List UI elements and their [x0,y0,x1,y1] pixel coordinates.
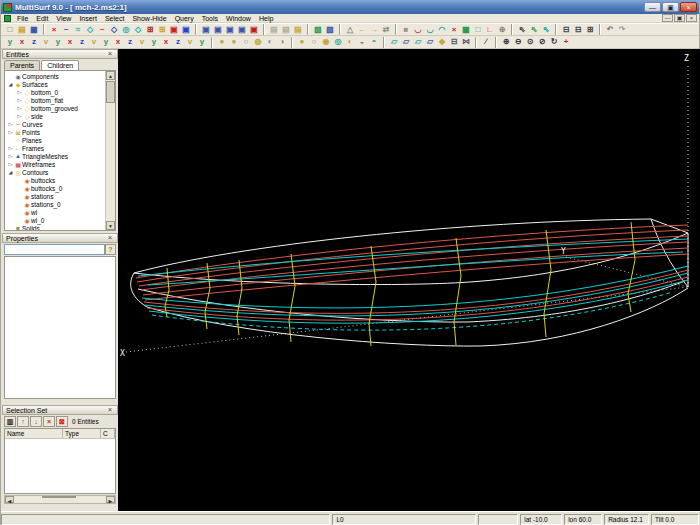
view-iso-button[interactable]: ▣ [236,24,248,35]
move-up-button[interactable]: ↑ [17,416,29,427]
orient-17-button[interactable]: y [196,37,208,48]
orient-15-button[interactable]: z [172,37,184,48]
select-pointer-button[interactable]: ⇖ [516,24,528,35]
layer-merge-button[interactable]: ▱ [424,37,436,48]
copy-image-button[interactable]: ▧ [312,24,324,35]
tree-item-planes[interactable]: ○Planes [5,136,105,144]
vis-bulb-3-button[interactable]: ◉ [320,37,332,48]
viewport-canvas[interactable]: ZYX [118,49,700,511]
invert-visibility-button[interactable]: ◑ [276,37,288,48]
selection-set-close-icon[interactable]: × [106,406,114,414]
expander-icon[interactable]: ▷ [16,89,23,95]
close-button[interactable]: × [680,2,697,12]
tree-item-stations[interactable]: ◉stations [5,192,105,200]
vis-bulb-7-button[interactable]: ◓ [368,37,380,48]
fillet-2-button[interactable]: ◡ [424,24,436,35]
paste-image-button[interactable]: ▧ [324,24,336,35]
view-top-button[interactable]: ▣ [212,24,224,35]
window-split-button[interactable]: ⊞ [584,24,596,35]
insert-frame-button[interactable]: ▣ [168,24,180,35]
snap-grid-2-button[interactable]: ▤ [280,24,292,35]
nudge-right-button[interactable]: → [368,24,380,35]
orient-7-button[interactable]: z [76,37,88,48]
tree-item-wl-0[interactable]: ◉wl_0 [5,216,105,224]
move-down-button[interactable]: ↓ [30,416,42,427]
tree-item-bottom-grooved[interactable]: ▷◇bottom_grooved [5,104,105,112]
menu-query[interactable]: Query [171,14,198,23]
tree-item-buttocks[interactable]: ◉buttocks [5,176,105,184]
redo-button[interactable]: ↷ [616,24,628,35]
project-tool-button[interactable]: ⊕ [496,24,508,35]
insert-window-button[interactable]: ▣ [180,24,192,35]
selection-set-hscrollbar[interactable]: ◀ ▶ [4,495,116,504]
expander-icon[interactable]: ▷ [7,121,14,127]
expander-icon[interactable]: ◢ [7,169,14,175]
expander-icon[interactable]: ▷ [7,153,14,159]
orient-11-button[interactable]: z [124,37,136,48]
tree-item-solids[interactable]: ■Solids [5,224,105,231]
layer-copy-button[interactable]: ▱ [388,37,400,48]
tree-scrollbar[interactable]: ▲ ▼ [105,71,115,230]
menu-show-hide[interactable]: Show-Hide [128,14,170,23]
tree-item-surfaces[interactable]: ◢◆Surfaces [5,80,105,88]
view-front-button[interactable]: ▣ [200,24,212,35]
link-tool-button[interactable]: ⋈ [460,37,472,48]
zoom-previous-button[interactable]: ⊘ [536,37,548,48]
menu-select[interactable]: Select [101,14,128,23]
swap-ends-button[interactable]: ⇄ [380,24,392,35]
undo-button[interactable]: ↶ [604,24,616,35]
expander-icon[interactable]: ▷ [16,105,23,111]
orient-14-button[interactable]: x [160,37,172,48]
expander-icon[interactable]: ◢ [7,81,14,87]
trim-button[interactable]: × [448,24,460,35]
zoom-in-button[interactable]: ⊕ [500,37,512,48]
align-triangle-button[interactable]: △ [344,24,356,35]
insert-snake-button[interactable]: ≈ [72,24,84,35]
tree-item-components[interactable]: ◉Components [5,72,105,80]
snap-grid-1-button[interactable]: ▤ [268,24,280,35]
zoom-out-button[interactable]: ⊖ [512,37,524,48]
menu-insert[interactable]: Insert [75,14,101,23]
column-header-c[interactable]: C [101,429,115,438]
document-icon[interactable] [4,15,11,22]
column-header-type[interactable]: Type [63,429,101,438]
tree-item-contours[interactable]: ◢◎Contours [5,168,105,176]
title-bar[interactable]: MultiSurf 9.0 - [ mch-2.ms2:1] — ▣ × [1,0,699,14]
insert-surface-button[interactable]: ◇ [84,24,96,35]
draw-line-button[interactable]: ∕ [480,37,492,48]
tree-item-points[interactable]: ▷⊠Points [5,128,105,136]
minimize-button[interactable]: — [644,2,661,12]
mdi-restore-button[interactable]: ▣ [674,14,685,22]
show-one-button[interactable]: ○ [240,37,252,48]
tree-item-frames[interactable]: ▷∟Frames [5,144,105,152]
tree-item-curves[interactable]: ▷~Curves [5,120,105,128]
tab-parents[interactable]: Parents [4,60,40,70]
select-curve-button[interactable]: ⇖ [540,24,552,35]
orient-13-button[interactable]: y [148,37,160,48]
menu-window[interactable]: Window [222,14,255,23]
layer-new-button[interactable]: ▱ [400,37,412,48]
vis-bulb-6-button[interactable]: ◒ [356,37,368,48]
open-file-button[interactable]: ▤ [16,24,28,35]
expander-icon[interactable]: ▷ [16,97,23,103]
vis-bulb-5-button[interactable]: ◐ [344,37,356,48]
scroll-up-icon[interactable]: ▲ [106,71,115,80]
insert-ring-button[interactable]: ◇ [132,24,144,35]
scroll-left-icon[interactable]: ◀ [5,496,14,503]
remove-all-button[interactable]: ⊠ [56,416,68,427]
layer-paste-button[interactable]: ▱ [412,37,424,48]
pan-view-button[interactable]: + [560,37,572,48]
mdi-close-button[interactable]: × [686,14,697,22]
window-cascade-button[interactable]: ⊟ [560,24,572,35]
orient-3-button[interactable]: z [28,37,40,48]
insert-mesh-button[interactable]: ⊞ [144,24,156,35]
tree-item-trianglemeshes[interactable]: ▷▲TriangleMeshes [5,152,105,160]
save-file-button[interactable]: ▦ [28,24,40,35]
expander-icon[interactable]: ▷ [7,145,14,151]
tree-item-buttocks-0[interactable]: ◉buttocks_0 [5,184,105,192]
orient-16-button[interactable]: v [184,37,196,48]
expander-icon[interactable]: ▷ [16,113,23,119]
snap-grid-3-button[interactable]: ▤ [292,24,304,35]
scroll-down-icon[interactable]: ▼ [106,221,115,230]
menu-file[interactable]: File [13,14,32,23]
